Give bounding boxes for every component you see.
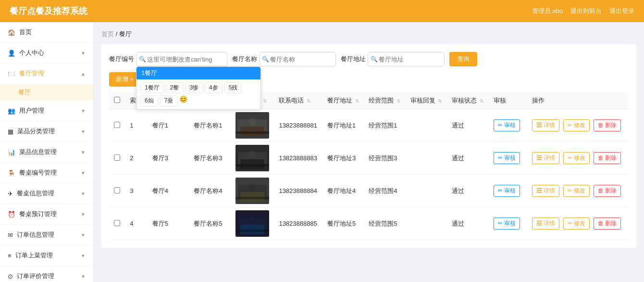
breadcrumb-home[interactable]: 首页 [101,30,114,38]
sidebar-item-table-mgmt[interactable]: 🪑 餐桌编号管理 ▼ [0,163,93,183]
cell-status: 通过 [447,142,488,175]
restaurant-name-input[interactable] [259,52,336,66]
delete-button[interactable]: 🗑 删除 [594,152,621,164]
col-audit: 审核 [489,92,527,109]
autocomplete-item-2[interactable]: 2餐 [166,82,184,93]
breadcrumb-separator: / [116,30,118,38]
cell-phone: 13823888885 [274,207,322,240]
edit-button[interactable]: ✏ 修改 [563,218,590,230]
detail-button[interactable]: ☰ 详情 [532,218,559,230]
search-icon-no: 🔍 [139,56,146,63]
cell-img [231,109,274,142]
table-row: 2 餐厅3 餐厅名称3 13823888883 餐厅地址3 经营范围3 通过 ✏… [109,142,629,175]
cell-audit: ✏ 审核 [489,207,527,240]
audit-button[interactable]: ✏ 审核 [494,185,520,197]
autocomplete-emoji[interactable]: 😊 [179,95,187,106]
sort-icon-scope[interactable]: ⇅ [396,98,400,103]
sort-icon-reply[interactable]: ⇅ [438,98,442,103]
sort-icon-status[interactable]: ⇅ [480,98,483,103]
cell-img [231,175,274,207]
cell-no: 餐厅1 [148,109,189,142]
sidebar-item-table-info[interactable]: ✈ 餐桌信息管理 ▼ [0,183,93,204]
edit-button[interactable]: ✏ 修改 [563,119,590,131]
sidebar-item-user-mgmt[interactable]: 👥 用户管理 ▼ [0,101,93,121]
row-checkbox[interactable] [114,220,120,226]
breadcrumb: 首页 / 餐厅 [101,30,636,38]
detail-button[interactable]: ☰ 详情 [532,152,559,164]
breadcrumb-current: 餐厅 [119,30,132,38]
sidebar-order-info-label: 订单信息管理 [17,231,54,239]
autocomplete-item-3[interactable]: 3惨 [185,82,203,93]
search-icon-address: 🔍 [371,56,378,63]
autocomplete-item-4[interactable]: 4参 [205,82,223,93]
table-icon: 🪑 [8,169,15,177]
sidebar-item-restaurant-mgmt[interactable]: 🍽️ 餐厅管理 ▲ [0,64,93,84]
sort-icon-phone[interactable]: ⇅ [307,98,310,103]
autocomplete-item-1[interactable]: 1餐厅 [140,82,164,93]
main-content: 首页 / 餐厅 餐厅编号 🔍 1餐厅 [94,22,644,282]
sidebar-item-order-dishes[interactable]: ≡ 订单上菜管理 ▼ [0,245,93,266]
cell-audit: ✏ 审核 [489,109,527,142]
delete-button[interactable]: 🗑 删除 [594,119,621,131]
user-icon: 👤 [8,50,15,57]
cell-index: 3 [125,175,147,207]
delete-button[interactable]: 🗑 删除 [594,185,621,197]
sidebar-item-dish-info[interactable]: 📊 菜品信息管理 ▼ [0,142,93,163]
autocomplete-item-7[interactable]: 7蚕 [160,95,178,106]
detail-button[interactable]: ☰ 详情 [532,119,559,131]
svg-point-19 [248,216,256,224]
sidebar-user-mgmt-label: 用户管理 [19,106,44,115]
restaurant-table: 索引 餐厅编号 ⇅ 餐厅名称 ⇅ 餐厅图片 ⇅ 联系电话 ⇅ 餐厅地址 ⇅ 经营… [109,92,629,240]
cell-index: 4 [125,207,147,240]
home-icon: 🏠 [8,29,15,36]
restaurant-image [235,145,269,171]
chevron-down-icon9: ▼ [81,253,86,258]
chevron-down-icon4: ▼ [81,150,86,155]
sidebar-item-reservation[interactable]: ⏰ 餐桌预订管理 ▼ [0,204,93,225]
cell-name: 餐厅名称5 [189,207,230,240]
audit-button[interactable]: ✏ 审核 [494,218,520,230]
sort-icon-img[interactable]: ⇅ [263,98,267,103]
search-group-address: 餐厅地址 🔍 [341,52,445,66]
chevron-down-icon: ▼ [81,51,86,56]
cell-scope: 经营范围3 [364,142,405,175]
col-checkbox [109,92,125,109]
cell-phone: 13823888881 [274,109,322,142]
logout-link[interactable]: 退出登录 [609,7,634,15]
restaurant-image [235,112,269,139]
select-all-checkbox[interactable] [114,97,120,103]
cell-reply [406,207,447,240]
autocomplete-item-5[interactable]: 5残 [224,82,242,93]
search-button[interactable]: 查询 [449,52,477,66]
edit-button[interactable]: ✏ 修改 [563,152,590,164]
row-checkbox[interactable] [114,187,120,193]
audit-button[interactable]: ✏ 审核 [494,119,520,131]
sidebar-item-profile[interactable]: 👤 个人中心 ▼ [0,43,93,64]
back-to-frontend-link[interactable]: 退出到前台 [570,7,602,15]
cell-no: 餐厅5 [148,207,189,240]
sidebar-item-order-review[interactable]: ⊙ 订单评价管理 ▼ [0,266,93,282]
sidebar-sub-restaurant[interactable]: 餐厅 [0,84,93,101]
autocomplete-item-6[interactable]: 6灿 [140,95,158,106]
detail-button[interactable]: ☰ 详情 [532,185,559,197]
sidebar-dish-category-label: 菜品分类管理 [17,127,55,136]
autocomplete-header: 1餐厅 [136,67,260,79]
cell-operations: ☰ 详情 ✏ 修改 🗑 删除 [527,142,629,175]
row-checkbox[interactable] [114,154,120,161]
cell-reply [406,175,447,207]
delete-button[interactable]: 🗑 删除 [594,218,621,230]
svg-point-4 [248,118,256,126]
header: 餐厅点餐及推荐系统 管理员 abo 退出到前台 退出登录 [0,0,644,22]
sidebar-item-order-info[interactable]: ✉ 订单信息管理 ▼ [0,225,93,245]
cell-no: 餐厅4 [148,175,189,207]
sidebar-item-dish-category[interactable]: ▦ 菜品分类管理 ▼ [0,121,93,142]
audit-button[interactable]: ✏ 审核 [494,152,520,164]
sidebar-item-home[interactable]: 🏠 首页 [0,22,93,43]
edit-button[interactable]: ✏ 修改 [563,185,590,197]
restaurant-no-input[interactable] [136,52,227,66]
sort-icon-address[interactable]: ⇅ [355,98,359,103]
cell-address: 餐厅地址5 [322,207,364,240]
cell-img [231,207,274,240]
row-checkbox[interactable] [114,122,120,128]
restaurant-address-input[interactable] [368,52,445,66]
